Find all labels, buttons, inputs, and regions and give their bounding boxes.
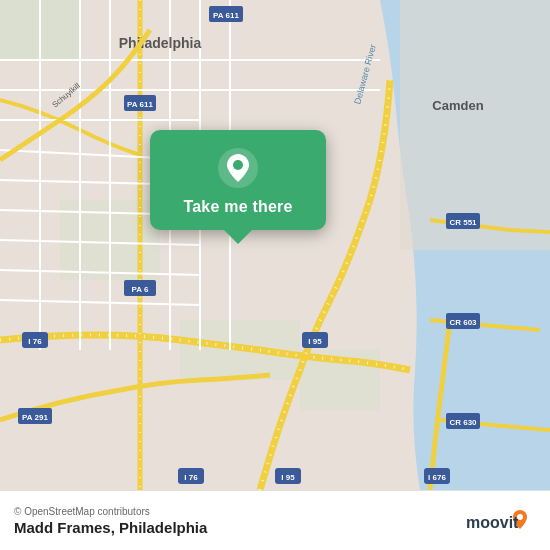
svg-text:PA 6: PA 6: [132, 285, 149, 294]
svg-text:I 76: I 76: [184, 473, 198, 482]
svg-text:PA 611: PA 611: [127, 100, 153, 109]
svg-text:CR 630: CR 630: [449, 418, 477, 427]
popup-card: Take me there: [150, 130, 326, 230]
svg-text:PA 291: PA 291: [22, 413, 48, 422]
svg-text:I 676: I 676: [428, 473, 446, 482]
svg-point-50: [233, 160, 243, 170]
svg-text:PA 611: PA 611: [213, 11, 239, 20]
svg-text:Camden: Camden: [432, 98, 483, 113]
svg-text:I 95: I 95: [308, 337, 322, 346]
take-me-there-button[interactable]: Take me there: [183, 198, 292, 216]
svg-text:moovit: moovit: [466, 514, 519, 531]
moovit-logo: moovit: [466, 506, 536, 536]
bottom-bar: © OpenStreetMap contributors Madd Frames…: [0, 490, 550, 550]
location-pin-icon: [216, 146, 260, 190]
location-info: © OpenStreetMap contributors Madd Frames…: [14, 506, 207, 536]
svg-rect-5: [400, 0, 550, 250]
svg-text:I 76: I 76: [28, 337, 42, 346]
map-background: PA 611 PA 6 I 76 PA 291 I 95 I 76 CR 551…: [0, 0, 550, 490]
svg-text:Philadelphia: Philadelphia: [119, 35, 202, 51]
svg-text:CR 603: CR 603: [449, 318, 477, 327]
location-name: Madd Frames, Philadelphia: [14, 519, 207, 536]
osm-credit: © OpenStreetMap contributors: [14, 506, 207, 517]
svg-text:I 95: I 95: [281, 473, 295, 482]
moovit-logo-svg: moovit: [466, 506, 536, 536]
map-container: PA 611 PA 6 I 76 PA 291 I 95 I 76 CR 551…: [0, 0, 550, 490]
svg-text:CR 551: CR 551: [449, 218, 477, 227]
